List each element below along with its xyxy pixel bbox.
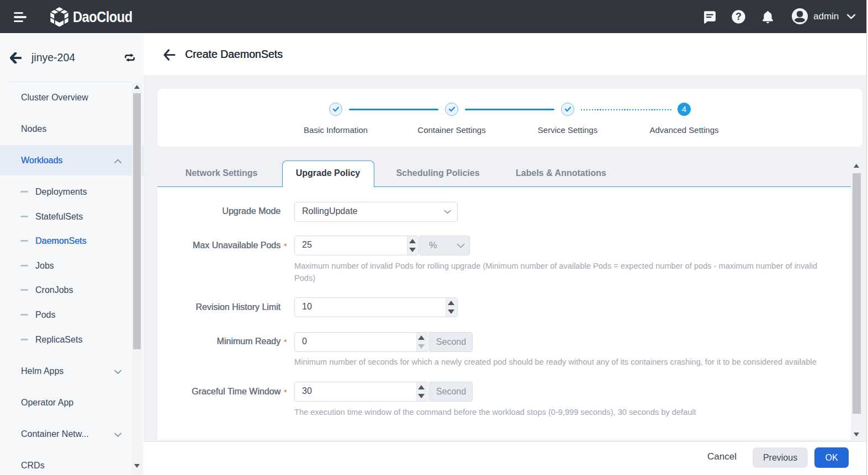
svg-text:?: ? [735, 11, 742, 22]
